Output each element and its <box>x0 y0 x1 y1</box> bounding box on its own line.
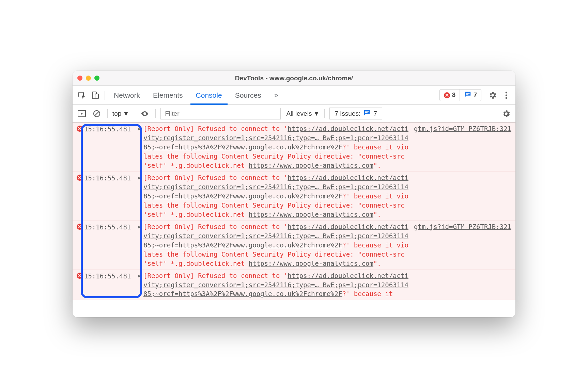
filter-input[interactable] <box>160 108 281 119</box>
message-count-badge[interactable]: 7 <box>460 90 481 101</box>
chevron-down-icon: ▼ <box>123 110 129 117</box>
divider <box>105 91 105 100</box>
tab-elements[interactable]: Elements <box>148 86 188 104</box>
svg-rect-3 <box>466 93 469 94</box>
svg-rect-10 <box>365 111 369 112</box>
expand-caret-icon[interactable]: ▶ <box>138 173 143 219</box>
console-settings-gear-icon[interactable] <box>500 109 512 118</box>
minimize-window-button[interactable] <box>86 76 91 81</box>
divider <box>324 109 325 118</box>
toggle-sidebar-icon[interactable] <box>76 110 88 117</box>
zoom-window-button[interactable] <box>94 76 99 81</box>
message-icon <box>363 109 371 118</box>
expand-caret-icon[interactable]: ▶ <box>138 271 143 299</box>
log-levels-label: All levels <box>286 110 312 117</box>
context-selector-label: top <box>112 110 121 117</box>
console-toolbar: top ▼ All levels ▼ 7 Issues: 7 <box>73 105 515 123</box>
divider <box>134 109 134 118</box>
window-title: DevTools - www.google.co.uk/chrome/ <box>73 75 515 82</box>
console-output: 15:16:55.481▶[Report Only] Refused to co… <box>73 123 515 317</box>
console-error-row[interactable]: 15:16:55.481▶[Report Only] Refused to co… <box>73 221 515 270</box>
message-count: 7 <box>474 92 477 99</box>
message-text: [Report Only] Refused to connect to ' <box>143 272 288 279</box>
svg-point-7 <box>506 97 507 99</box>
issues-button[interactable]: 7 Issues: 7 <box>329 108 382 119</box>
context-selector[interactable]: top ▼ <box>112 110 129 117</box>
devtools-window: DevTools - www.google.co.uk/chrome/ Netw… <box>73 71 515 317</box>
inspect-element-icon[interactable] <box>76 91 88 99</box>
message-icon <box>464 91 471 100</box>
error-message: [Report Only] Refused to connect to 'htt… <box>143 173 513 219</box>
console-error-row[interactable]: 15:16:55.481▶[Report Only] Refused to co… <box>73 123 515 172</box>
issues-label: 7 Issues: <box>335 110 360 117</box>
clear-console-icon[interactable] <box>91 110 103 117</box>
message-text: [Report Only] Refused to connect to ' <box>143 223 288 230</box>
expand-caret-icon[interactable]: ▶ <box>138 222 143 268</box>
issues-count: 7 <box>373 110 377 117</box>
expand-caret-icon[interactable]: ▶ <box>138 124 143 170</box>
timestamp: 15:16:55.481 <box>83 271 138 299</box>
message-text: ". <box>373 260 381 267</box>
live-expression-icon[interactable] <box>139 111 151 117</box>
svg-rect-4 <box>466 94 468 95</box>
error-icon <box>76 124 83 170</box>
error-message: [Report Only] Refused to connect to 'htt… <box>143 271 513 299</box>
traffic-lights <box>77 76 99 81</box>
svg-point-6 <box>506 94 507 96</box>
error-icon <box>76 173 83 219</box>
message-text: [Report Only] Refused to connect to ' <box>143 174 288 181</box>
message-text: [Report Only] Refused to connect to ' <box>143 125 288 132</box>
device-toolbar-icon[interactable] <box>90 91 101 99</box>
chevron-down-icon: ▼ <box>313 110 320 117</box>
main-tabbar: NetworkElementsConsoleSources » 8 7 <box>73 86 515 105</box>
close-window-button[interactable] <box>77 76 82 81</box>
tab-network[interactable]: Network <box>108 86 145 104</box>
divider <box>107 109 108 118</box>
timestamp: 15:16:55.481 <box>83 222 138 268</box>
error-icon <box>76 222 83 268</box>
title-bar: DevTools - www.google.co.uk/chrome/ <box>73 71 515 86</box>
message-text: ". <box>373 162 381 169</box>
timestamp: 15:16:55.481 <box>83 173 138 219</box>
error-icon <box>444 92 450 98</box>
source-link[interactable]: gtm.js?id=GTM-PZ6TRJB:321 <box>414 222 511 231</box>
svg-rect-2 <box>95 94 98 99</box>
svg-point-5 <box>506 92 507 93</box>
console-error-row[interactable]: 15:16:55.481▶[Report Only] Refused to co… <box>73 270 515 300</box>
kebab-menu-icon[interactable] <box>500 91 512 99</box>
error-count: 8 <box>452 92 455 99</box>
tab-sources[interactable]: Sources <box>230 86 267 104</box>
divider <box>155 109 156 118</box>
tab-console[interactable]: Console <box>190 86 228 104</box>
message-text: ". <box>373 211 381 218</box>
status-badges[interactable]: 8 7 <box>439 89 481 101</box>
timestamp: 15:16:55.481 <box>83 124 138 170</box>
source-link[interactable]: gtm.js?id=GTM-PZ6TRJB:321 <box>414 124 511 133</box>
console-error-row[interactable]: 15:16:55.481▶[Report Only] Refused to co… <box>73 172 515 221</box>
url-link[interactable]: https://www.google-analytics.com <box>249 260 373 267</box>
more-tabs-button[interactable]: » <box>269 86 284 104</box>
error-icon <box>76 271 83 299</box>
settings-gear-icon[interactable] <box>487 91 498 100</box>
log-levels-selector[interactable]: All levels ▼ <box>286 110 320 117</box>
url-link[interactable]: https://www.google-analytics.com <box>249 211 373 218</box>
error-count-badge[interactable]: 8 <box>440 90 460 101</box>
url-link[interactable]: https://www.google-analytics.com <box>249 162 373 169</box>
svg-rect-11 <box>365 112 368 113</box>
message-text: ?' because it <box>342 290 393 297</box>
